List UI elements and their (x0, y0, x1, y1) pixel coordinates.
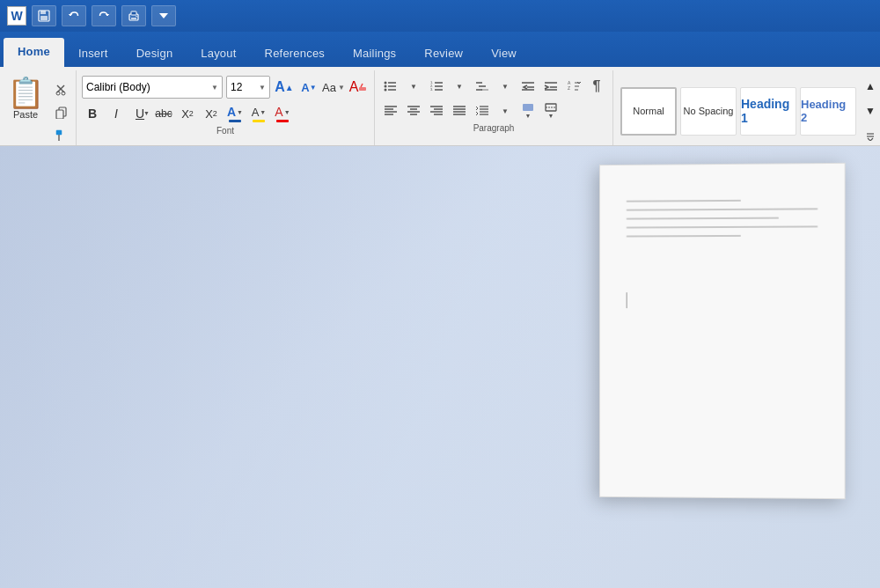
svg-rect-4 (131, 11, 136, 15)
font-name-value: Calibri (Body) (86, 81, 150, 93)
underline-button[interactable]: U ▼ (129, 103, 150, 124)
save-button[interactable] (32, 5, 56, 26)
highlight-icon: A (252, 106, 260, 119)
shrink-caret-icon: ▼ (310, 84, 317, 92)
doc-line-1 (627, 200, 741, 202)
strikethrough-icon: abc (155, 107, 172, 120)
text-cursor (627, 292, 627, 308)
more-button[interactable] (151, 5, 176, 26)
underline-chevron: ▼ (143, 110, 150, 116)
bullets-chevron[interactable]: ▼ (403, 76, 424, 97)
redo-button[interactable] (92, 5, 116, 26)
font-color-bar (229, 120, 241, 122)
align-center-button[interactable] (403, 100, 424, 121)
borders-button[interactable]: ▼ (540, 100, 561, 121)
style-heading1-button[interactable]: Heading 1 (740, 87, 796, 136)
superscript-icon: X (205, 107, 213, 121)
align-left-button[interactable] (380, 100, 401, 121)
styles-scroll-down-button[interactable]: ▼ (860, 100, 880, 121)
ribbon-body: 📋 Paste (0, 67, 880, 146)
title-bar: W (0, 0, 880, 32)
ribbon-tabs: Home Insert Design Layout References Mai… (0, 32, 880, 67)
style-normal-button[interactable]: Normal (620, 87, 677, 136)
style-heading2-button[interactable]: Heading 2 (800, 87, 856, 136)
style-no-spacing-button[interactable]: No Spacing (680, 87, 737, 136)
italic-icon: I (114, 107, 118, 121)
paste-button[interactable]: 📋 Paste (4, 74, 49, 120)
justify-button[interactable] (449, 100, 470, 121)
decrease-indent-button[interactable] (517, 76, 539, 97)
line-spacing-button[interactable] (472, 100, 493, 121)
undo-button[interactable] (62, 5, 86, 26)
copy-button[interactable] (51, 102, 72, 123)
highlight-button[interactable]: A ▼ (248, 103, 269, 124)
text-color-button[interactable]: A ▼ (272, 103, 293, 124)
change-case-button[interactable]: Aa ▼ (323, 77, 344, 98)
multilevel-button[interactable] (472, 76, 493, 97)
highlight-chevron: ▼ (260, 109, 266, 115)
bold-button[interactable]: B (82, 103, 103, 124)
svg-marker-7 (159, 13, 168, 18)
svg-rect-1 (40, 11, 46, 14)
tab-design[interactable]: Design (122, 40, 187, 67)
line-spacing-icon (475, 105, 489, 117)
text-color-chevron: ▼ (284, 109, 290, 115)
grow-font-icon: A (275, 79, 285, 95)
sort-button[interactable]: A Z (563, 76, 584, 97)
shading-button[interactable]: ▼ (517, 100, 539, 121)
cut-button[interactable] (51, 79, 72, 100)
grow-font-button[interactable]: A▲ (274, 77, 295, 98)
numbering-chevron[interactable]: ▼ (449, 76, 470, 97)
svg-text:3.: 3. (430, 87, 433, 92)
show-paragraph-button[interactable]: ¶ (586, 76, 607, 97)
svg-point-22 (385, 89, 387, 92)
subscript-button[interactable]: X2 (177, 103, 198, 124)
font-color-button[interactable]: A ▼ (224, 103, 246, 124)
multilevel-chevron[interactable]: ▼ (495, 76, 516, 97)
svg-text:Z: Z (568, 85, 570, 91)
svg-point-6 (136, 16, 136, 17)
page-content (600, 164, 845, 280)
clipboard-side-buttons (51, 74, 72, 146)
align-right-button[interactable] (426, 100, 447, 121)
doc-line-2 (627, 208, 818, 210)
tab-mailings[interactable]: Mailings (339, 40, 410, 67)
font-size-dropdown[interactable]: 12 ▼ (226, 76, 270, 99)
style-no-spacing-label: No Spacing (684, 106, 734, 116)
bullets-button[interactable] (380, 76, 401, 97)
borders-icon (545, 103, 557, 112)
shrink-font-button[interactable]: A▼ (298, 77, 319, 98)
font-color-chevron: ▼ (237, 109, 243, 115)
font-group-label: Font (82, 124, 369, 136)
clear-format-button[interactable]: A (348, 77, 369, 98)
align-left-icon (384, 105, 398, 117)
font-name-chevron: ▼ (211, 84, 218, 92)
change-case-chevron: ▼ (338, 84, 345, 92)
word-icon: W (7, 6, 26, 26)
tab-review[interactable]: Review (410, 40, 477, 67)
format-painter-button[interactable] (51, 125, 72, 146)
justify-icon (452, 105, 466, 117)
svg-rect-5 (131, 18, 136, 19)
tab-layout[interactable]: Layout (187, 40, 250, 67)
increase-indent-button[interactable] (540, 76, 561, 97)
print-button[interactable] (121, 5, 146, 26)
highlight-color-bar (253, 120, 265, 122)
font-size-chevron: ▼ (259, 84, 266, 92)
paragraph-symbol-icon: ¶ (593, 78, 601, 94)
svg-line-17 (361, 84, 363, 87)
bullets-icon (384, 80, 398, 92)
styles-more-button[interactable] (860, 125, 880, 146)
superscript-button[interactable]: X2 (201, 103, 222, 124)
line-spacing-chevron[interactable]: ▼ (495, 100, 516, 121)
italic-button[interactable]: I (106, 103, 127, 124)
font-name-dropdown[interactable]: Calibri (Body) ▼ (82, 76, 223, 99)
numbering-button[interactable]: 1. 2. 3. (426, 76, 447, 97)
tab-references[interactable]: References (251, 40, 339, 67)
strikethrough-button[interactable]: abc (153, 103, 174, 124)
align-right-icon (429, 105, 444, 117)
tab-insert[interactable]: Insert (64, 40, 122, 67)
tab-home[interactable]: Home (4, 38, 64, 67)
styles-scroll-up-button[interactable]: ▲ (860, 76, 880, 97)
tab-view[interactable]: View (477, 40, 531, 67)
